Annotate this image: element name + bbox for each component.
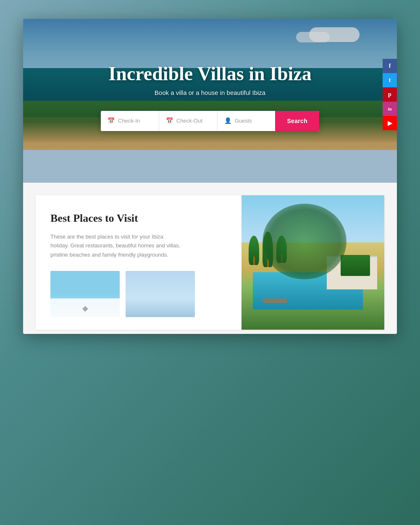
villa-sky bbox=[242, 195, 384, 242]
hero-title: Incredible Villas in Ibiza bbox=[108, 63, 312, 85]
section-title: Best Places to Visit bbox=[50, 212, 227, 225]
tree-3 bbox=[276, 236, 287, 263]
thumbnail-row bbox=[50, 271, 227, 317]
pinterest-icon: p bbox=[388, 91, 391, 98]
checkout-field[interactable]: 📅 Check-Out bbox=[159, 111, 218, 131]
instagram-button[interactable]: in bbox=[383, 102, 397, 116]
hero-section: Incredible Villas in Ibiza Book a villa … bbox=[23, 19, 397, 183]
card-left: Best Places to Visit These are the best … bbox=[36, 195, 242, 330]
calendar-icon: 📅 bbox=[108, 117, 115, 124]
tree-1 bbox=[249, 236, 259, 265]
facebook-button[interactable]: f bbox=[383, 59, 397, 73]
checkin-field[interactable]: 📅 Check-In bbox=[101, 111, 159, 131]
checkout-label: Check-Out bbox=[176, 118, 202, 124]
twitter-button[interactable]: t bbox=[383, 73, 397, 87]
calendar-icon-2: 📅 bbox=[166, 117, 173, 124]
search-button[interactable]: Search bbox=[275, 111, 319, 131]
guests-field[interactable]: 👤 Guests bbox=[218, 111, 276, 131]
twitter-icon: t bbox=[389, 77, 391, 84]
search-bar: 📅 Check-In 📅 Check-Out 👤 Guests Search bbox=[101, 111, 319, 131]
main-content: Best Places to Visit These are the best … bbox=[23, 183, 397, 334]
person-icon: 👤 bbox=[224, 117, 231, 124]
social-sidebar: f t p in ▶ bbox=[383, 59, 397, 130]
guests-label: Guests bbox=[235, 118, 252, 124]
checkin-label: Check-In bbox=[118, 118, 140, 124]
facebook-icon: f bbox=[389, 63, 391, 69]
content-card: Best Places to Visit These are the best … bbox=[36, 195, 384, 330]
youtube-button[interactable]: ▶ bbox=[383, 116, 397, 130]
pinterest-button[interactable]: p bbox=[383, 87, 397, 102]
card-right bbox=[242, 195, 384, 330]
villa-trees bbox=[249, 236, 287, 267]
instagram-icon: in bbox=[388, 106, 391, 111]
browser-window: f t p in ▶ Incredi bbox=[23, 19, 397, 334]
lounge-chair-2 bbox=[270, 299, 287, 303]
thumbnail-1[interactable] bbox=[50, 271, 120, 317]
tree-2 bbox=[262, 231, 273, 267]
villa-image bbox=[242, 195, 384, 330]
hero-subtitle: Book a villa or a house in beautiful Ibi… bbox=[155, 89, 265, 96]
hedge bbox=[341, 255, 370, 276]
youtube-icon: ▶ bbox=[388, 120, 392, 127]
hero-content: Incredible Villas in Ibiza Book a villa … bbox=[23, 19, 397, 183]
thumbnail-2[interactable] bbox=[126, 271, 195, 317]
section-description: These are the best places to visit for y… bbox=[50, 232, 181, 259]
